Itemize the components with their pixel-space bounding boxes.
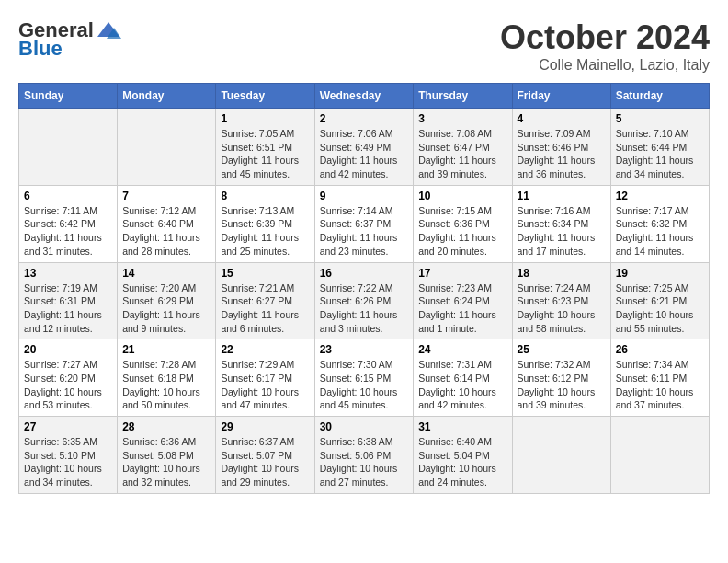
header-day: Wednesday	[314, 84, 414, 109]
day-number: 18	[518, 267, 606, 280]
day-info: Sunrise: 7:21 AM Sunset: 6:27 PM Dayligh…	[221, 282, 309, 336]
calendar-cell: 27Sunrise: 6:35 AM Sunset: 5:10 PM Dayli…	[19, 417, 118, 494]
day-info: Sunrise: 7:16 AM Sunset: 6:34 PM Dayligh…	[518, 204, 606, 259]
calendar-cell: 17Sunrise: 7:23 AM Sunset: 6:24 PM Dayli…	[414, 262, 512, 339]
calendar-cell: 15Sunrise: 7:21 AM Sunset: 6:27 PM Dayli…	[216, 262, 314, 339]
calendar-cell: 2Sunrise: 7:06 AM Sunset: 6:49 PM Daylig…	[314, 109, 414, 186]
day-info: Sunrise: 7:08 AM Sunset: 6:47 PM Dayligh…	[418, 127, 506, 181]
day-info: Sunrise: 7:12 AM Sunset: 6:40 PM Dayligh…	[122, 204, 210, 259]
calendar-cell: 31Sunrise: 6:40 AM Sunset: 5:04 PM Dayli…	[414, 417, 512, 494]
calendar-cell: 13Sunrise: 7:19 AM Sunset: 6:31 PM Dayli…	[19, 262, 118, 339]
logo: General Blue	[18, 18, 123, 61]
day-number: 1	[221, 112, 309, 125]
header-day: Thursday	[414, 84, 512, 109]
day-number: 25	[518, 343, 606, 356]
day-info: Sunrise: 6:36 AM Sunset: 5:08 PM Dayligh…	[122, 435, 210, 489]
calendar-cell	[118, 109, 216, 186]
day-info: Sunrise: 7:14 AM Sunset: 6:37 PM Dayligh…	[320, 204, 409, 259]
day-number: 22	[221, 343, 309, 356]
day-number: 20	[24, 343, 112, 356]
location: Colle Mainello, Lazio, Italy	[500, 57, 710, 74]
day-info: Sunrise: 7:06 AM Sunset: 6:49 PM Dayligh…	[320, 127, 409, 181]
day-info: Sunrise: 7:23 AM Sunset: 6:24 PM Dayligh…	[418, 282, 506, 336]
day-number: 9	[320, 190, 409, 202]
day-number: 2	[320, 112, 409, 125]
calendar-cell: 4Sunrise: 7:09 AM Sunset: 6:46 PM Daylig…	[512, 109, 610, 186]
calendar-header-row: SundayMondayTuesdayWednesdayThursdayFrid…	[19, 84, 710, 109]
day-number: 3	[418, 112, 506, 125]
day-number: 16	[320, 267, 409, 280]
calendar-week-row: 27Sunrise: 6:35 AM Sunset: 5:10 PM Dayli…	[19, 417, 710, 494]
day-info: Sunrise: 7:24 AM Sunset: 6:23 PM Dayligh…	[518, 282, 606, 336]
calendar-table: SundayMondayTuesdayWednesdayThursdayFrid…	[18, 83, 710, 494]
calendar-cell: 26Sunrise: 7:34 AM Sunset: 6:11 PM Dayli…	[610, 339, 709, 417]
day-number: 6	[24, 190, 112, 202]
calendar-cell: 20Sunrise: 7:27 AM Sunset: 6:20 PM Dayli…	[19, 339, 118, 417]
month-title: October 2024	[500, 18, 710, 57]
day-info: Sunrise: 7:30 AM Sunset: 6:15 PM Dayligh…	[320, 358, 409, 412]
day-number: 24	[418, 343, 506, 356]
day-number: 30	[320, 420, 409, 433]
header-day: Monday	[118, 84, 216, 109]
day-number: 29	[221, 420, 309, 433]
day-info: Sunrise: 7:19 AM Sunset: 6:31 PM Dayligh…	[24, 282, 112, 336]
calendar-week-row: 20Sunrise: 7:27 AM Sunset: 6:20 PM Dayli…	[19, 339, 710, 417]
day-info: Sunrise: 7:17 AM Sunset: 6:32 PM Dayligh…	[616, 204, 704, 259]
day-number: 26	[616, 343, 704, 356]
day-number: 13	[24, 267, 112, 280]
page-header: General Blue October 2024 Colle Mainello…	[18, 18, 710, 74]
day-info: Sunrise: 7:32 AM Sunset: 6:12 PM Dayligh…	[518, 358, 606, 412]
calendar-cell: 11Sunrise: 7:16 AM Sunset: 6:34 PM Dayli…	[512, 185, 610, 262]
calendar-cell: 29Sunrise: 6:37 AM Sunset: 5:07 PM Dayli…	[216, 417, 314, 494]
day-number: 4	[518, 112, 606, 125]
calendar-cell: 19Sunrise: 7:25 AM Sunset: 6:21 PM Dayli…	[610, 262, 709, 339]
day-info: Sunrise: 7:09 AM Sunset: 6:46 PM Dayligh…	[518, 127, 606, 181]
day-info: Sunrise: 7:20 AM Sunset: 6:29 PM Dayligh…	[122, 282, 210, 336]
day-number: 21	[122, 343, 210, 356]
calendar-cell	[512, 417, 610, 494]
calendar-body: 1Sunrise: 7:05 AM Sunset: 6:51 PM Daylig…	[19, 109, 710, 494]
calendar-cell: 7Sunrise: 7:12 AM Sunset: 6:40 PM Daylig…	[118, 185, 216, 262]
day-info: Sunrise: 7:25 AM Sunset: 6:21 PM Dayligh…	[616, 282, 704, 336]
calendar-cell: 18Sunrise: 7:24 AM Sunset: 6:23 PM Dayli…	[512, 262, 610, 339]
calendar-cell: 28Sunrise: 6:36 AM Sunset: 5:08 PM Dayli…	[118, 417, 216, 494]
day-info: Sunrise: 6:35 AM Sunset: 5:10 PM Dayligh…	[24, 435, 112, 489]
day-info: Sunrise: 6:38 AM Sunset: 5:06 PM Dayligh…	[320, 435, 409, 489]
day-info: Sunrise: 7:28 AM Sunset: 6:18 PM Dayligh…	[122, 358, 210, 412]
calendar-week-row: 1Sunrise: 7:05 AM Sunset: 6:51 PM Daylig…	[19, 109, 710, 186]
day-info: Sunrise: 7:31 AM Sunset: 6:14 PM Dayligh…	[418, 358, 506, 412]
day-number: 12	[616, 190, 704, 202]
calendar-cell: 12Sunrise: 7:17 AM Sunset: 6:32 PM Dayli…	[610, 185, 709, 262]
day-number: 19	[616, 267, 704, 280]
header-day: Friday	[512, 84, 610, 109]
calendar-cell: 3Sunrise: 7:08 AM Sunset: 6:47 PM Daylig…	[414, 109, 512, 186]
calendar-cell: 23Sunrise: 7:30 AM Sunset: 6:15 PM Dayli…	[314, 339, 414, 417]
day-info: Sunrise: 7:15 AM Sunset: 6:36 PM Dayligh…	[418, 204, 506, 259]
day-number: 8	[221, 190, 309, 202]
day-info: Sunrise: 7:29 AM Sunset: 6:17 PM Dayligh…	[221, 358, 309, 412]
title-block: October 2024 Colle Mainello, Lazio, Ital…	[500, 18, 710, 74]
calendar-cell: 21Sunrise: 7:28 AM Sunset: 6:18 PM Dayli…	[118, 339, 216, 417]
header-day: Tuesday	[216, 84, 314, 109]
day-number: 23	[320, 343, 409, 356]
logo-blue: Blue	[18, 37, 63, 61]
day-info: Sunrise: 7:34 AM Sunset: 6:11 PM Dayligh…	[616, 358, 704, 412]
calendar-cell: 5Sunrise: 7:10 AM Sunset: 6:44 PM Daylig…	[610, 109, 709, 186]
header-day: Saturday	[610, 84, 709, 109]
calendar-cell: 25Sunrise: 7:32 AM Sunset: 6:12 PM Dayli…	[512, 339, 610, 417]
calendar-cell	[19, 109, 118, 186]
calendar-cell: 14Sunrise: 7:20 AM Sunset: 6:29 PM Dayli…	[118, 262, 216, 339]
day-info: Sunrise: 7:27 AM Sunset: 6:20 PM Dayligh…	[24, 358, 112, 412]
calendar-cell: 9Sunrise: 7:14 AM Sunset: 6:37 PM Daylig…	[314, 185, 414, 262]
day-info: Sunrise: 6:40 AM Sunset: 5:04 PM Dayligh…	[418, 435, 506, 489]
calendar-cell: 10Sunrise: 7:15 AM Sunset: 6:36 PM Dayli…	[414, 185, 512, 262]
day-info: Sunrise: 7:11 AM Sunset: 6:42 PM Dayligh…	[24, 204, 112, 259]
day-number: 14	[122, 267, 210, 280]
calendar-week-row: 6Sunrise: 7:11 AM Sunset: 6:42 PM Daylig…	[19, 185, 710, 262]
day-number: 11	[518, 190, 606, 202]
day-info: Sunrise: 7:10 AM Sunset: 6:44 PM Dayligh…	[616, 127, 704, 181]
day-number: 7	[122, 190, 210, 202]
day-info: Sunrise: 7:05 AM Sunset: 6:51 PM Dayligh…	[221, 127, 309, 181]
calendar-cell: 8Sunrise: 7:13 AM Sunset: 6:39 PM Daylig…	[216, 185, 314, 262]
day-number: 15	[221, 267, 309, 280]
